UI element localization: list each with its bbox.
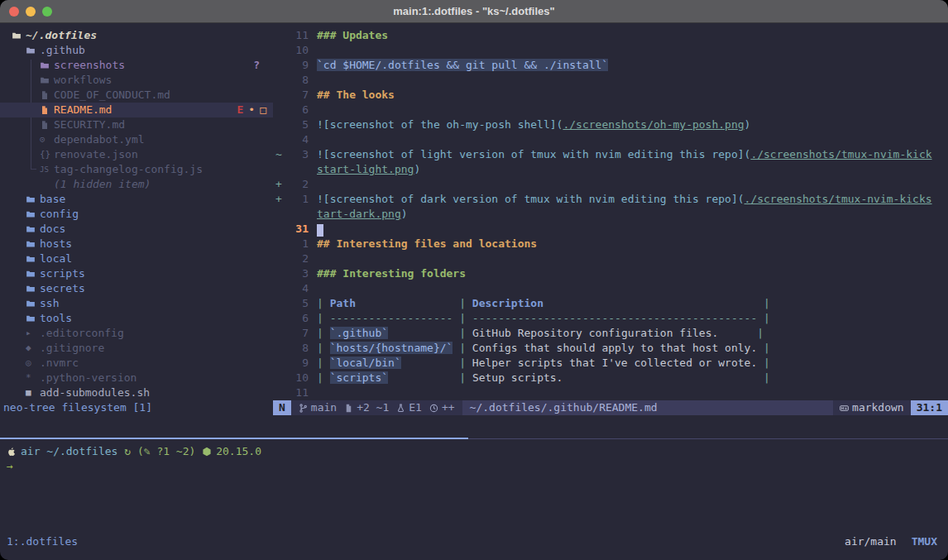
line-number: 10 [287,43,309,58]
editor-line[interactable]: 10| `scripts` | Setup scripts. | [273,371,948,385]
editor-line[interactable]: 2 [273,251,948,266]
tree-item-base[interactable]: base [0,192,273,207]
tree-item-scripts[interactable]: scripts [0,266,273,281]
tree-item-tools[interactable]: tools [0,311,273,326]
text-segment: | [757,357,770,369]
minimize-button[interactable] [26,7,36,17]
text-segment: | [452,312,472,324]
tree-item--dotfiles[interactable]: ~/.dotfiles [0,28,273,43]
editor-line[interactable]: 4 [273,132,948,147]
text-segment: ) [401,208,408,220]
folder-icon [26,254,40,264]
gutter-sign [273,296,287,311]
editor-line[interactable]: 31 [273,222,948,237]
tree-item-label: .github [40,43,85,58]
tree-item-docs[interactable]: docs [0,222,273,237]
gutter-sign [273,132,287,147]
pending-count: ++ [442,400,455,415]
editor-line[interactable]: 4 [273,281,948,296]
tree-item-workflows[interactable]: workflows [0,73,273,88]
buffer-marks: E•□ [237,103,266,117]
pane-border[interactable] [468,438,948,439]
editor-line[interactable]: +2 [273,177,948,192]
editor-line[interactable]: 11### Updates [273,28,948,43]
line-text: ## Interesting files and locations [309,237,537,251]
tree-item-local[interactable]: local [0,251,273,266]
status-row: neo-tree filesystem [1] N main +2 ~1 E1 [0,400,948,415]
editor-line[interactable]: 9| `local/bin` | Helper scripts that I'v… [273,356,948,371]
editor-line[interactable]: +1![screenshot of dark version of tmux w… [273,192,948,207]
line-text: ![screenshot of light version of tmux wi… [309,147,932,162]
shell-pane[interactable]: air ~/.dotfiles ↻ (✎ ?1 ~2) 20.15.0 → [7,444,948,474]
editor-line[interactable]: tart-dark.png) [273,207,948,222]
tree-item-add-submodules-sh[interactable]: ■add-submodules.sh [0,385,273,400]
folder-open-icon [26,45,40,55]
tree-item--python-version[interactable]: *.python-version [0,371,273,385]
editor-line[interactable]: 8| `hosts/{hostname}/` | Configs that sh… [273,341,948,356]
tree-item-hosts[interactable]: hosts [0,237,273,251]
buffer-mark: E [237,103,244,117]
text-segment: | [452,357,472,369]
editor-line[interactable]: 1## Interesting files and locations [273,237,948,251]
editor-line[interactable]: 5| Path | Description | [273,296,948,311]
tree-item-label: CODE_OF_CONDUCT.md [54,88,170,103]
folder-icon [40,60,54,70]
tree-item-tag-changelog-config-js[interactable]: JStag-changelog-config.js [0,162,273,177]
editor-line[interactable]: 6| ------------------- | ---------------… [273,311,948,326]
editor-line[interactable]: 9`cd $HOME/.dotfiles && git pull && ./in… [273,58,948,73]
text-segment: | [317,357,330,369]
line-number: 2 [287,177,309,192]
close-button[interactable] [9,7,19,17]
line-number: 3 [287,266,309,281]
tree-item--github[interactable]: .github [0,43,273,58]
tree-item-renovate-json[interactable]: {}renovate.json [0,147,273,162]
line-number: 3 [287,147,309,162]
titlebar[interactable]: main:1:.dotfiles - "ks~/.dotfiles" [0,0,948,23]
editor-buffer[interactable]: 11### Updates109`cd $HOME/.dotfiles && g… [273,23,948,400]
text-segment: ### Interesting folders [317,267,466,280]
tree-item-dependabot-yml[interactable]: ⊙dependabot.yml [0,132,273,147]
tree-item-readme-md[interactable]: README.mdE•□ [0,103,273,117]
editor-line[interactable]: 7## The looks [273,88,948,103]
editor-line[interactable]: ~3![screenshot of light version of tmux … [273,147,948,162]
tree-item-ssh[interactable]: ssh [0,296,273,311]
editor-line[interactable]: 7| `.github` | GitHub Repository configu… [273,326,948,341]
tree-item-label: SECURITY.md [54,117,125,132]
tree-item--nvmrc[interactable]: ◎.nvmrc [0,356,273,371]
editor-line[interactable]: 6 [273,103,948,117]
tmux-session-name: air/main [845,534,897,549]
tmux-status-bar: 1:.dotfiles air/main TMUX [0,534,948,549]
pane-border-active[interactable] [0,438,468,439]
inline-code: `scripts` [330,371,388,384]
maximize-button[interactable] [42,7,52,17]
buffer-mark: □ [260,103,266,117]
editor-line[interactable]: start-light.png) [273,162,948,177]
tmux-window-item[interactable]: 1:.dotfiles [7,534,78,549]
neotree-sidebar[interactable]: ~/.dotfiles.githubscreenshots?workflowsC… [0,23,273,400]
gutter-sign [273,28,287,43]
folder-icon [26,239,40,249]
tree-item-security-md[interactable]: SECURITY.md [0,117,273,132]
diagnostics-item: E1 [396,400,422,415]
tree-item--editorconfig[interactable]: ▸.editorconfig [0,326,273,341]
tree-item--gitignore[interactable]: ◆.gitignore [0,341,273,356]
tree-item--1-hidden-item-[interactable]: (1 hidden item) [0,177,273,192]
prompt-input-line[interactable]: → [7,459,948,474]
editor-line[interactable]: 10 [273,43,948,58]
tree-item-secrets[interactable]: secrets [0,281,273,296]
tree-item-code-of-conduct-md[interactable]: CODE_OF_CONDUCT.md [0,88,273,103]
text-segment: ![screenshot of dark version of tmux wit… [317,193,745,205]
tree-item-config[interactable]: config [0,207,273,222]
tree-item-screenshots[interactable]: screenshots? [0,58,273,73]
tree-item-label: .nvmrc [40,356,79,371]
neotree-source-label: neo-tree filesystem [1] [3,400,152,415]
editor-line[interactable]: 11 [273,385,948,400]
line-number: 9 [287,356,309,371]
editor-line[interactable]: 5![screenshot of the oh-my-posh shell](.… [273,117,948,132]
markdown-link: ./screenshots/tmux-nvim-kick [750,148,931,160]
editor-line[interactable]: 3### Interesting folders [273,266,948,281]
folder-open-icon [12,31,26,41]
editor-line[interactable]: 8 [273,73,948,88]
gutter-sign [273,371,287,385]
line-text: | `scripts` | Setup scripts. | [309,371,770,385]
